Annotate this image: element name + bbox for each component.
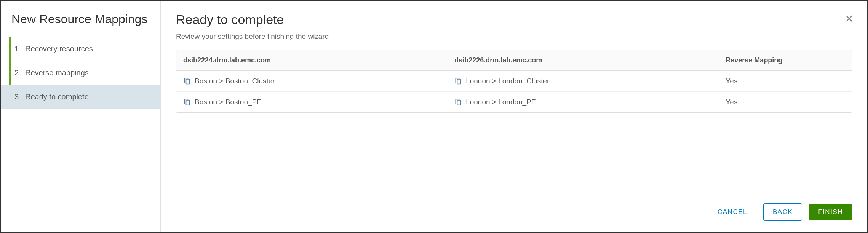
step-label: Reverse mappings	[25, 69, 89, 77]
page-subtitle: Review your settings before finishing th…	[176, 32, 852, 41]
svg-rect-3	[457, 79, 461, 84]
mappings-table: dsib2224.drm.lab.emc.com dsib2226.drm.la…	[176, 50, 852, 113]
wizard-main-panel: ✕ Ready to complete Review your settings…	[161, 1, 867, 232]
cell-target: London > London_Cluster	[454, 77, 726, 85]
wizard-footer: CANCEL BACK FINISH	[176, 192, 852, 221]
step-number: 1	[14, 45, 25, 53]
step-reverse-mappings[interactable]: 2 Reverse mappings	[1, 61, 160, 85]
svg-rect-7	[457, 100, 461, 105]
wizard-title: New Resource Mappings	[1, 12, 160, 37]
resource-pool-icon	[183, 98, 191, 106]
column-header-reverse: Reverse Mapping	[726, 56, 845, 64]
resource-pool-icon	[183, 77, 191, 85]
step-ready-to-complete[interactable]: 3 Ready to complete	[1, 85, 160, 109]
cell-reverse: Yes	[726, 77, 845, 85]
cancel-button[interactable]: CANCEL	[708, 204, 756, 220]
wizard-sidebar: New Resource Mappings 1 Recovery resourc…	[1, 1, 161, 232]
target-path: London > London_Cluster	[466, 77, 549, 85]
table-row: Boston > Boston_PF London > London_PF Ye…	[176, 92, 852, 112]
wizard-dialog: New Resource Mappings 1 Recovery resourc…	[0, 0, 868, 233]
cell-source: Boston > Boston_Cluster	[183, 77, 454, 85]
cell-source: Boston > Boston_PF	[183, 98, 454, 106]
target-path: London > London_PF	[466, 98, 536, 106]
source-path: Boston > Boston_PF	[195, 98, 261, 106]
resource-pool-icon	[454, 98, 462, 106]
back-button[interactable]: BACK	[763, 203, 802, 221]
svg-rect-5	[186, 100, 190, 105]
step-label: Ready to complete	[25, 93, 89, 101]
table-row: Boston > Boston_Cluster London > London_…	[176, 71, 852, 92]
wizard-steps: 1 Recovery resources 2 Reverse mappings …	[1, 37, 160, 109]
finish-button[interactable]: FINISH	[809, 204, 852, 220]
cell-reverse: Yes	[726, 98, 845, 106]
column-header-source: dsib2224.drm.lab.emc.com	[183, 56, 454, 64]
step-number: 3	[14, 93, 25, 101]
step-number: 2	[14, 69, 25, 77]
source-path: Boston > Boston_Cluster	[195, 77, 275, 85]
table-header-row: dsib2224.drm.lab.emc.com dsib2226.drm.la…	[176, 50, 852, 71]
step-recovery-resources[interactable]: 1 Recovery resources	[1, 37, 160, 61]
svg-rect-1	[186, 79, 190, 84]
cell-target: London > London_PF	[454, 98, 726, 106]
resource-pool-icon	[454, 77, 462, 85]
close-icon[interactable]: ✕	[845, 14, 854, 24]
column-header-target: dsib2226.drm.lab.emc.com	[454, 56, 726, 64]
step-label: Recovery resources	[25, 45, 93, 53]
page-title: Ready to complete	[176, 12, 852, 27]
